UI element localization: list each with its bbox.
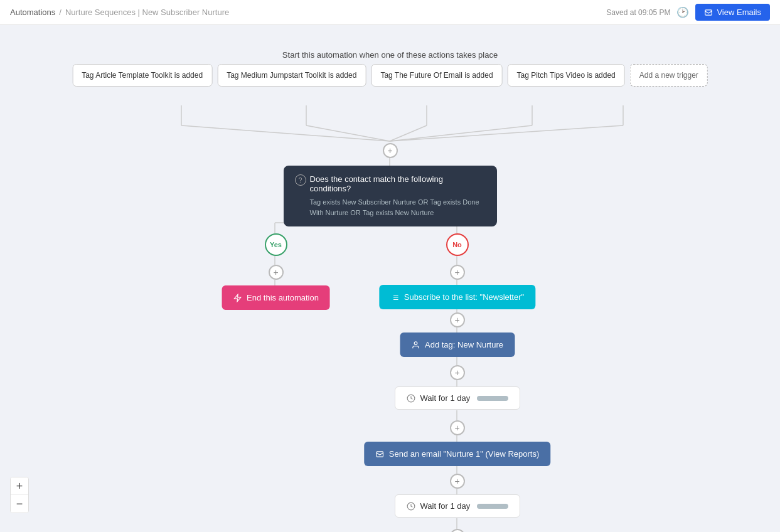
no-plus-4[interactable]: + bbox=[450, 420, 465, 435]
no-plus-5[interactable]: + bbox=[450, 474, 465, 489]
condition-box[interactable]: ? Does the contact match the following c… bbox=[284, 166, 497, 226]
zoom-controls: + − bbox=[10, 477, 29, 513]
yes-badge: Yes bbox=[265, 233, 287, 256]
end-automation-node[interactable]: End this automation bbox=[222, 285, 330, 310]
wait-2-node[interactable]: Wait for 1 day bbox=[395, 494, 520, 518]
wait-1-node[interactable]: Wait for 1 day bbox=[395, 386, 520, 410]
breadcrumb-separator: / bbox=[59, 8, 61, 17]
trigger-3[interactable]: Tag The Future Of Email is added bbox=[371, 64, 502, 87]
no-plus-2[interactable]: + bbox=[450, 312, 465, 327]
zoom-in-button[interactable]: + bbox=[11, 477, 28, 495]
email-node[interactable]: Send an email "Nurture 1" (View Reports) bbox=[364, 442, 550, 466]
header: Automations / Nurture Sequences | New Su… bbox=[0, 0, 780, 25]
no-badge: No bbox=[446, 233, 469, 256]
clock-icon-1 bbox=[407, 394, 415, 403]
person-icon bbox=[411, 341, 420, 349]
svg-point-37 bbox=[414, 341, 417, 344]
trigger-add[interactable]: Add a new trigger bbox=[630, 64, 708, 87]
trigger-1[interactable]: Tag Article Template Toolkit is added bbox=[72, 64, 212, 87]
breadcrumb: Automations / Nurture Sequences | New Su… bbox=[10, 8, 229, 17]
email-icon bbox=[704, 8, 713, 17]
list-icon bbox=[390, 293, 399, 302]
no-plus-1[interactable]: + bbox=[450, 265, 465, 280]
wait-bar-1 bbox=[477, 396, 508, 401]
canvas: Start this automation when one of these … bbox=[0, 25, 780, 532]
svg-line-5 bbox=[390, 125, 427, 141]
trigger-2[interactable]: Tag Medium Jumpstart Toolkit is added bbox=[217, 64, 366, 87]
breadcrumb-path: Nurture Sequences | New Subscriber Nurtu… bbox=[65, 8, 229, 17]
zoom-out-button[interactable]: − bbox=[11, 495, 28, 513]
svg-line-9 bbox=[390, 125, 623, 141]
envelope-icon bbox=[375, 450, 384, 459]
history-icon[interactable]: 🕑 bbox=[676, 6, 689, 18]
svg-line-7 bbox=[390, 125, 532, 141]
no-plus-3[interactable]: + bbox=[450, 365, 465, 380]
svg-line-1 bbox=[181, 125, 390, 141]
clock-icon-2 bbox=[407, 502, 415, 511]
saved-timestamp: Saved at 09:05 PM bbox=[606, 8, 670, 17]
triggers-row: Tag Article Template Toolkit is added Ta… bbox=[72, 64, 708, 87]
subscribe-node[interactable]: Subscribe to the list: "Newsletter" bbox=[379, 285, 535, 309]
question-icon: ? bbox=[295, 174, 306, 186]
breadcrumb-automations[interactable]: Automations bbox=[10, 8, 55, 17]
view-emails-button[interactable]: View Emails bbox=[695, 4, 770, 21]
lightning-icon bbox=[233, 294, 242, 302]
header-right: Saved at 09:05 PM 🕑 View Emails bbox=[606, 4, 770, 21]
yes-plus[interactable]: + bbox=[269, 265, 284, 280]
start-label: Start this automation when one of these … bbox=[282, 49, 498, 60]
flow-wrapper: Start this automation when one of these … bbox=[0, 25, 780, 532]
plus-after-triggers[interactable]: + bbox=[383, 143, 398, 158]
svg-marker-30 bbox=[234, 294, 241, 302]
svg-line-3 bbox=[306, 125, 390, 141]
wait-bar-2 bbox=[477, 504, 508, 509]
trigger-4[interactable]: Tag Pitch Tips Video is added bbox=[508, 64, 625, 87]
tag-node[interactable]: Add tag: New Nurture bbox=[400, 332, 515, 357]
no-plus-6[interactable]: + bbox=[450, 529, 465, 532]
